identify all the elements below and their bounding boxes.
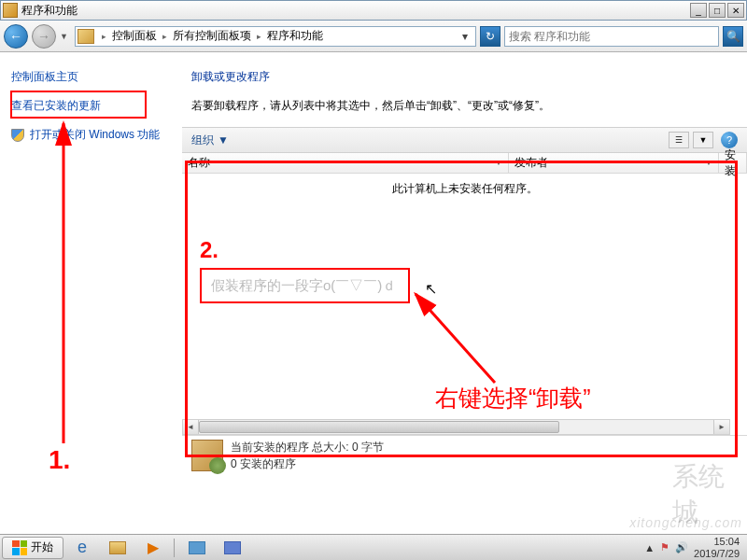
page-subtitle: 若要卸载程序，请从列表中将其选中，然后单击“卸载”、“更改”或“修复”。 xyxy=(182,98,747,114)
page-heading: 卸载或更改程序 xyxy=(182,69,747,85)
windows-logo-icon xyxy=(12,540,27,555)
view-mode-dropdown[interactable]: ▼ xyxy=(693,132,713,148)
status-line2: 0 安装的程序 xyxy=(231,455,384,472)
taskbar-explorer-icon[interactable] xyxy=(101,537,134,559)
tray-volume-icon[interactable]: 🔊 xyxy=(675,541,688,553)
refresh-button[interactable]: ↻ xyxy=(480,26,500,47)
app-icon xyxy=(3,3,18,18)
scroll-left-arrow[interactable]: ◄ xyxy=(183,420,199,434)
taskbar-ie-icon[interactable]: e xyxy=(65,537,99,559)
column-install[interactable]: 安装 xyxy=(719,153,747,173)
sort-arrow-icon: ▼ xyxy=(705,159,712,167)
status-bar: 当前安装的程序 总大小: 0 字节 0 安装的程序 xyxy=(182,435,747,474)
scroll-thumb[interactable] xyxy=(199,421,559,433)
window-title: 程序和功能 xyxy=(21,3,690,19)
taskbar-app2-icon[interactable] xyxy=(216,537,249,559)
shield-icon xyxy=(11,129,24,142)
column-publisher-label: 发布者 xyxy=(514,155,548,171)
taskbar-app1-icon[interactable] xyxy=(180,537,214,559)
minimize-button[interactable]: _ xyxy=(690,3,707,18)
breadcrumb-sep[interactable]: ▸ xyxy=(98,32,110,41)
breadcrumb-sep[interactable]: ▸ xyxy=(159,32,171,41)
back-button[interactable]: ← xyxy=(4,24,28,49)
sidebar: 控制面板主页 查看已安装的更新 打开或关闭 Windows 功能 xyxy=(0,52,182,534)
breadcrumb-root[interactable]: 控制面板 xyxy=(110,28,159,44)
navigation-bar: ← → ▼ ▸ 控制面板 ▸ 所有控制面板项 ▸ 程序和功能 ▾ ↻ 🔍 xyxy=(0,21,747,52)
toolbar: 组织 ▼ ☰ ▼ ? xyxy=(182,127,747,153)
status-text: 当前安装的程序 总大小: 0 字节 0 安装的程序 xyxy=(231,439,384,472)
close-button[interactable]: ✕ xyxy=(727,3,744,18)
address-dropdown[interactable]: ▾ xyxy=(457,28,473,45)
cursor-icon: ↖ xyxy=(425,280,437,298)
taskbar-divider xyxy=(174,539,175,557)
folder-icon xyxy=(78,29,94,44)
sidebar-windows-features[interactable]: 打开或关闭 Windows 功能 xyxy=(11,127,171,143)
sidebar-view-installed-updates[interactable]: 查看已安装的更新 xyxy=(11,98,171,114)
tray-flag-icon[interactable]: ⚑ xyxy=(660,541,669,553)
horizontal-scrollbar[interactable]: ◄ ► xyxy=(182,419,730,435)
tray-clock[interactable]: 15:04 2019/7/29 xyxy=(694,536,740,558)
sidebar-control-panel-home[interactable]: 控制面板主页 xyxy=(11,69,171,85)
view-mode-button[interactable]: ☰ xyxy=(669,132,689,148)
tray-time: 15:04 xyxy=(694,536,740,547)
program-list[interactable]: 此计算机上未安装任何程序。 ◄ ► xyxy=(182,174,747,435)
start-button[interactable]: 开始 xyxy=(2,537,63,559)
watermark-logo: 系统城 xyxy=(672,476,738,513)
search-input[interactable] xyxy=(509,30,714,43)
help-button[interactable]: ? xyxy=(721,132,738,148)
chevron-down-icon: ▼ xyxy=(218,133,229,147)
start-label: 开始 xyxy=(31,539,53,555)
tray-date: 2019/7/29 xyxy=(694,548,740,559)
breadcrumb-mid[interactable]: 所有控制面板项 xyxy=(171,28,253,44)
organize-label: 组织 xyxy=(191,133,214,148)
tray-chevron-icon[interactable]: ▲ xyxy=(644,542,655,553)
column-headers: 名称 ▼ 发布者 ▼ 安装 xyxy=(182,153,747,174)
search-button[interactable]: 🔍 xyxy=(723,26,743,47)
window-titlebar: 程序和功能 _ □ ✕ xyxy=(0,0,747,21)
nav-history-dropdown[interactable]: ▼ xyxy=(60,32,71,41)
maximize-button[interactable]: □ xyxy=(709,3,726,18)
sort-arrow-icon: ▼ xyxy=(495,159,502,167)
scroll-track[interactable] xyxy=(199,420,713,434)
empty-message: 此计算机上未安装任何程序。 xyxy=(182,174,747,204)
column-publisher[interactable]: 发布者 ▼ xyxy=(509,153,719,173)
address-bar[interactable]: ▸ 控制面板 ▸ 所有控制面板项 ▸ 程序和功能 ▾ xyxy=(75,26,476,47)
annotation-fake-item: 假装程序的一段字o(￣▽￣)ｄ xyxy=(200,268,410,303)
taskbar-media-icon[interactable]: ▶ xyxy=(136,537,170,559)
organize-menu[interactable]: 组织 ▼ xyxy=(191,133,229,148)
search-box[interactable] xyxy=(504,26,719,47)
column-name-label: 名称 xyxy=(188,155,210,171)
forward-button[interactable]: → xyxy=(32,24,56,49)
scroll-right-arrow[interactable]: ► xyxy=(713,420,729,434)
taskbar: 开始 e ▶ ▲ ⚑ 🔊 15:04 2019/7/29 xyxy=(0,534,747,560)
programs-icon xyxy=(191,440,223,471)
watermark-text: xitongcheng.com xyxy=(629,515,742,530)
system-tray[interactable]: ▲ ⚑ 🔊 15:04 2019/7/29 xyxy=(639,536,745,558)
breadcrumb-leaf[interactable]: 程序和功能 xyxy=(265,28,325,44)
column-name[interactable]: 名称 ▼ xyxy=(182,153,509,173)
breadcrumb-sep[interactable]: ▸ xyxy=(253,32,265,41)
sidebar-windows-features-label: 打开或关闭 Windows 功能 xyxy=(30,127,160,143)
status-line1: 当前安装的程序 总大小: 0 字节 xyxy=(231,439,384,455)
